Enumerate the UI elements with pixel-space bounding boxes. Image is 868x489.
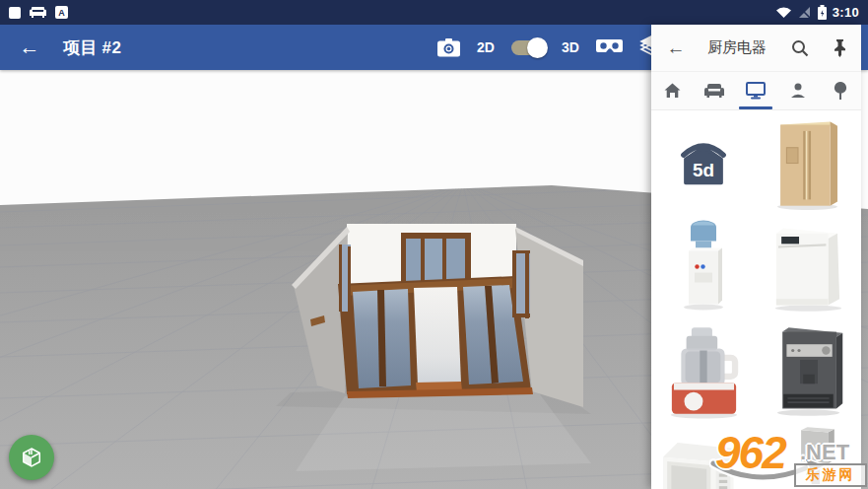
- item-coffee-machine[interactable]: [757, 317, 862, 421]
- item-refrigerator[interactable]: [757, 110, 862, 214]
- vr-goggles-icon[interactable]: [596, 39, 623, 56]
- panel-header: ← 厨房电器: [651, 25, 861, 72]
- monitor-icon: [745, 81, 767, 101]
- catalog-panel: ← 厨房电器: [651, 25, 861, 489]
- project-title: 项目 #2: [63, 36, 121, 59]
- front-sliding-doors: [338, 276, 533, 398]
- item-water-dispenser[interactable]: [651, 214, 757, 317]
- svg-text:5d: 5d: [693, 159, 714, 179]
- no-sim-icon: [798, 6, 812, 19]
- item-dishwasher[interactable]: [757, 214, 862, 317]
- category-tabs: [651, 72, 861, 110]
- house-model[interactable]: [276, 224, 591, 471]
- camera-icon[interactable]: [437, 38, 460, 57]
- item-food-processor[interactable]: [651, 317, 757, 421]
- back-arrow-icon[interactable]: ←: [18, 35, 41, 59]
- home-icon: [662, 81, 683, 101]
- top-window: [401, 233, 471, 286]
- label-3d[interactable]: 3D: [562, 39, 579, 55]
- input-a-icon: A: [55, 6, 68, 19]
- sofa-icon: [30, 6, 46, 19]
- wifi-icon: [775, 6, 792, 19]
- square-icon: [9, 7, 21, 19]
- panel-title: 厨房电器: [707, 38, 767, 57]
- pin-icon[interactable]: [833, 38, 847, 57]
- item-planner5d-placeholder[interactable]: 5d: [651, 110, 757, 214]
- battery-charging-icon: [818, 5, 827, 20]
- tab-decor[interactable]: [819, 72, 861, 109]
- tab-furniture[interactable]: [694, 72, 736, 109]
- search-icon[interactable]: [791, 39, 809, 57]
- tree-icon: [831, 81, 850, 101]
- catalog-item-grid: 5d: [651, 110, 861, 489]
- tab-electronics[interactable]: [735, 72, 777, 109]
- clock: 3:10: [833, 5, 859, 20]
- item-microwave[interactable]: [651, 421, 757, 489]
- tab-people[interactable]: [777, 72, 820, 109]
- tab-construction[interactable]: [651, 72, 694, 109]
- panel-back-icon[interactable]: ←: [665, 37, 687, 59]
- cube-3d-icon: [20, 445, 43, 470]
- 3d-object-fab-button[interactable]: [9, 435, 54, 480]
- item-partial[interactable]: [757, 421, 862, 489]
- label-2d[interactable]: 2D: [477, 39, 495, 55]
- sofa-icon: [703, 81, 725, 101]
- toggle-knob[interactable]: [527, 37, 548, 58]
- person-icon: [788, 81, 808, 101]
- status-bar: A 3:10: [0, 0, 868, 25]
- 2d-3d-toggle[interactable]: [511, 40, 545, 55]
